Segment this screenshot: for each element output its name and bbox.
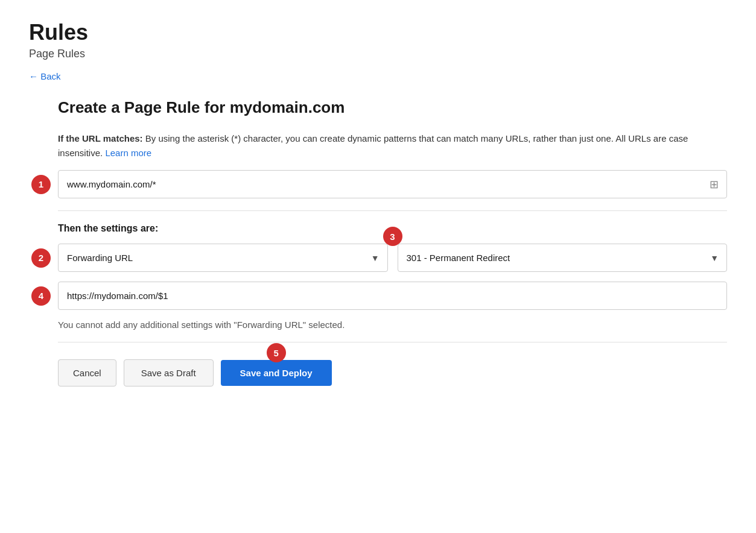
form-container: Create a Page Rule for mydomain.com If t… [58,98,727,386]
url-description-bold: If the URL matches: [58,133,143,144]
save-deploy-button[interactable]: Save and Deploy [221,360,332,386]
deploy-wrapper: 5 Save and Deploy [221,360,332,386]
buttons-row: Cancel Save as Draft 5 Save and Deploy [58,355,727,386]
setting-type-select[interactable]: Forwarding URL Redirect Cache Level [58,244,388,272]
table-icon: ⊞ [710,178,719,191]
step-badge-4: 4 [31,286,51,306]
redirect-type-wrapper: 301 - Permanent Redirect 302 - Temporary… [398,244,728,272]
url-input-wrapper: ⊞ [58,170,727,198]
setting-type-wrapper: Forwarding URL Redirect Cache Level ▼ [58,244,388,272]
redirect-type-select[interactable]: 301 - Permanent Redirect 302 - Temporary… [398,244,728,272]
learn-more-link[interactable]: Learn more [105,148,151,158]
url-description-text: By using the asterisk (*) character, you… [58,133,688,158]
page-header: Rules Page Rules [29,19,727,60]
step-badge-5: 5 [267,343,286,362]
step-badge-1: 1 [31,175,51,194]
url-description: If the URL matches: By using the asteris… [58,131,727,160]
destination-input[interactable] [58,282,727,310]
url-input[interactable] [58,170,727,198]
divider-1 [58,210,727,211]
page-title: Rules [29,19,727,45]
step-1-row: 1 ⊞ [58,170,727,198]
settings-row: 2 Forwarding URL Redirect Cache Level ▼ … [58,244,727,272]
back-link[interactable]: ← Back [29,71,61,81]
no-additional-text: You cannot add any additional settings w… [58,320,727,330]
cancel-button[interactable]: Cancel [58,359,116,386]
destination-row: 4 [58,282,727,310]
form-title: Create a Page Rule for mydomain.com [58,98,727,117]
save-draft-button[interactable]: Save as Draft [124,359,214,386]
step-badge-2: 2 [31,248,51,268]
page-subtitle: Page Rules [29,48,727,60]
divider-2 [58,342,727,342]
